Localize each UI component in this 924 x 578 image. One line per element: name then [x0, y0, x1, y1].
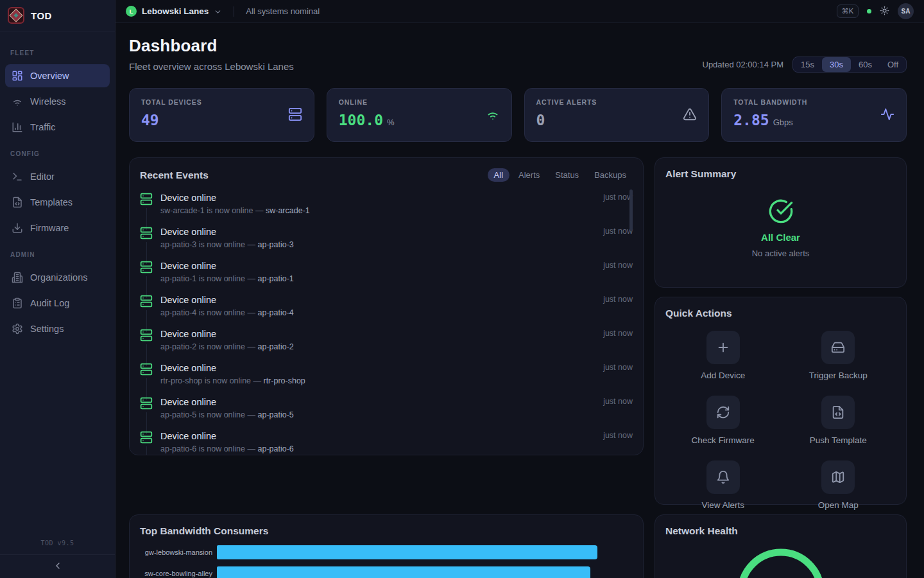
quick-actions-panel: Quick Actions Add DeviceTrigger BackupCh… — [654, 297, 907, 505]
activity-icon — [880, 98, 894, 121]
events-panel-title: Recent Events — [140, 170, 209, 181]
event-title: Device online — [160, 363, 595, 373]
server-icon — [140, 397, 153, 410]
system-status-text: All systems nominal — [246, 6, 320, 16]
server-icon — [288, 98, 302, 121]
event-title: Device online — [160, 261, 595, 271]
quick-action-open-map[interactable]: Open Map — [781, 460, 896, 510]
sidebar-collapse-button[interactable] — [0, 554, 115, 578]
server-icon — [140, 227, 153, 240]
network-health-gauge: 100 — [665, 547, 896, 578]
bandwidth-bar-row: sw-core-bowling-alley — [140, 566, 633, 578]
quick-action-label: Open Map — [818, 500, 859, 510]
events-tab-backups[interactable]: Backups — [588, 168, 633, 182]
events-scrollbar-thumb[interactable] — [629, 189, 633, 231]
event-title: Device online — [160, 227, 595, 237]
app-title: TOD — [31, 10, 52, 21]
sidebar: TOD FLEETOverviewWirelessTrafficCONFIGEd… — [0, 0, 116, 578]
sidebar-item-label: Editor — [30, 171, 55, 182]
server-icon — [140, 329, 153, 342]
sidebar-item-editor[interactable]: Editor — [5, 165, 110, 188]
last-updated-text: Updated 02:00:14 PM — [703, 60, 783, 69]
events-filter-tabs: AllAlertsStatusBackups — [488, 168, 633, 182]
event-timestamp: just now — [603, 227, 633, 236]
topbar: L Lebowski Lanes All systems nominal ⌘K … — [116, 0, 924, 23]
alert-detail-text: No active alerts — [752, 249, 810, 258]
terminal-icon — [12, 171, 23, 182]
network-health-title: Network Health — [665, 525, 896, 537]
sidebar-item-wireless[interactable]: Wireless — [5, 90, 110, 113]
sidebar-item-label: Overview — [30, 71, 69, 81]
sidebar-item-overview[interactable]: Overview — [5, 64, 110, 87]
refresh-interval-selector: 15s30s60sOff — [792, 57, 907, 73]
event-description: ap-patio-5 is now online — ap-patio-5 — [160, 410, 595, 419]
refresh-option-30s[interactable]: 30s — [822, 57, 851, 72]
refresh-option-off[interactable]: Off — [880, 57, 906, 72]
download-icon — [12, 222, 23, 234]
theme-toggle-button[interactable] — [880, 6, 889, 17]
server-icon — [140, 295, 153, 308]
events-tab-all[interactable]: All — [488, 168, 509, 182]
logo-row: TOD — [0, 0, 115, 31]
event-timestamp: just now — [603, 193, 633, 202]
sidebar-item-organizations[interactable]: Organizations — [5, 266, 110, 289]
org-switcher[interactable]: L Lebowski Lanes — [126, 6, 222, 17]
bandwidth-bar — [217, 566, 590, 578]
event-row: Device onlineap-patio-6 is now online — … — [140, 425, 633, 455]
nav-section-label-admin: ADMIN — [0, 242, 115, 263]
sidebar-item-traffic[interactable]: Traffic — [5, 116, 110, 139]
event-title: Device online — [160, 329, 595, 339]
quick-action-view-alerts[interactable]: View Alerts — [665, 460, 781, 510]
sidebar-item-label: Traffic — [30, 122, 55, 132]
network-health-panel: Network Health 100 — [654, 514, 907, 578]
event-description: sw-arcade-1 is now online — sw-arcade-1 — [160, 206, 595, 215]
alert-summary-title: Alert Summary — [665, 168, 896, 180]
sidebar-item-audit-log[interactable]: Audit Log — [5, 292, 110, 315]
divider — [234, 6, 234, 17]
event-title: Device online — [160, 295, 595, 305]
event-row: Device onlineap-patio-1 is now online — … — [140, 255, 633, 289]
file-code-icon — [12, 197, 23, 208]
sidebar-item-label: Organizations — [30, 272, 87, 283]
quick-action-trigger-backup[interactable]: Trigger Backup — [781, 331, 896, 380]
stat-value: 100.0 — [339, 112, 383, 128]
page-subtitle: Fleet overview across Lebowski Lanes — [129, 61, 294, 72]
building-icon — [12, 272, 23, 283]
event-timestamp: just now — [603, 261, 633, 270]
org-avatar: L — [126, 6, 137, 17]
bandwidth-panel-title: Top Bandwidth Consumers — [140, 525, 633, 537]
stat-label: TOTAL DEVICES — [141, 98, 202, 106]
events-tab-status[interactable]: Status — [549, 168, 585, 182]
quick-action-label: Push Template — [810, 435, 867, 445]
bandwidth-bar-row: gw-lebowski-mansion — [140, 545, 633, 559]
command-palette-shortcut[interactable]: ⌘K — [837, 4, 859, 18]
event-description: ap-patio-4 is now online — ap-patio-4 — [160, 308, 595, 317]
event-description: ap-patio-3 is now online — ap-patio-3 — [160, 240, 595, 249]
refresh-option-15s[interactable]: 15s — [793, 57, 822, 72]
quick-action-label: Check Firmware — [692, 435, 755, 445]
sidebar-item-firmware[interactable]: Firmware — [5, 216, 110, 240]
sidebar-item-label: Settings — [30, 324, 64, 334]
user-avatar[interactable]: SA — [898, 3, 914, 19]
chevron-down-icon — [214, 6, 222, 16]
events-tab-alerts[interactable]: Alerts — [512, 168, 546, 182]
app-logo-icon — [8, 7, 24, 24]
sidebar-item-settings[interactable]: Settings — [5, 317, 110, 340]
quick-action-push-template[interactable]: Push Template — [781, 396, 896, 445]
bandwidth-bar-chart: gw-lebowski-mansionsw-core-bowling-alley — [140, 545, 633, 578]
quick-action-check-firmware[interactable]: Check Firmware — [665, 396, 781, 445]
quick-actions-grid: Add DeviceTrigger BackupCheck FirmwarePu… — [665, 331, 896, 510]
event-timestamp: just now — [603, 329, 633, 338]
quick-action-add-device[interactable]: Add Device — [665, 331, 781, 380]
bandwidth-bar-label: sw-core-bowling-alley — [140, 570, 212, 577]
page-title: Dashboard — [129, 36, 294, 56]
sidebar-item-templates[interactable]: Templates — [5, 191, 110, 214]
event-timestamp: just now — [603, 363, 633, 372]
bar-chart-icon — [12, 121, 23, 133]
event-list: Device onlinesw-arcade-1 is now online —… — [140, 187, 633, 455]
nav-section-label-config: CONFIG — [0, 141, 115, 162]
main-column: L Lebowski Lanes All systems nominal ⌘K … — [116, 0, 924, 578]
refresh-option-60s[interactable]: 60s — [851, 57, 880, 72]
event-title: Device online — [160, 431, 595, 441]
alert-triangle-icon — [683, 98, 697, 121]
